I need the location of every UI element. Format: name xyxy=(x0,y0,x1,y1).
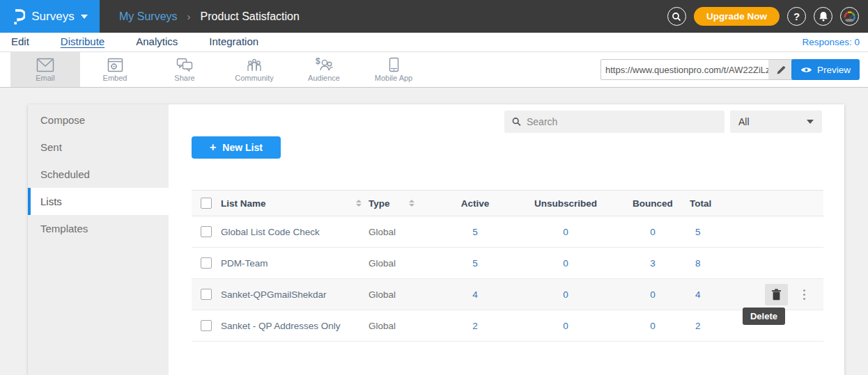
eye-icon xyxy=(800,66,812,74)
active-count-link[interactable]: 5 xyxy=(438,227,512,237)
account-avatar[interactable] xyxy=(840,7,859,26)
surveys-product-menu[interactable]: Surveys xyxy=(0,0,100,33)
bounced-count-link[interactable]: 3 xyxy=(619,258,686,269)
row-checkbox[interactable] xyxy=(201,226,212,237)
channel-embed-label: Embed xyxy=(103,74,127,82)
list-type: Global xyxy=(369,227,396,237)
new-list-label: New List xyxy=(222,142,263,153)
bounced-count-link[interactable]: 0 xyxy=(619,289,686,300)
preview-button[interactable]: Preview xyxy=(791,59,860,80)
delete-tooltip: Delete xyxy=(743,308,785,325)
tab-integration[interactable]: Integration xyxy=(209,35,258,49)
top-bar: Surveys My Surveys › Product Satisfactio… xyxy=(0,0,868,33)
sort-type-icon[interactable] xyxy=(409,200,414,207)
sidebar-item-sent[interactable]: Sent xyxy=(28,134,169,161)
bounced-count-link[interactable]: 0 xyxy=(619,227,686,237)
search-icon[interactable] xyxy=(667,7,686,26)
row-checkbox[interactable] xyxy=(201,289,212,300)
breadcrumb-current-survey: Product Satisfaction xyxy=(201,10,300,23)
embed-icon xyxy=(107,58,123,72)
total-count-link[interactable]: 8 xyxy=(686,258,756,269)
list-type: Global xyxy=(369,289,396,300)
header-active: Active xyxy=(438,198,512,209)
channel-mobile-app-label: Mobile App xyxy=(375,74,412,82)
header-list-name: List Name xyxy=(221,198,266,209)
search-icon xyxy=(512,117,521,127)
row-checkbox[interactable] xyxy=(201,257,212,269)
unsubscribed-count-link[interactable]: 0 xyxy=(512,321,619,331)
sidebar-item-templates[interactable]: Templates xyxy=(28,215,169,242)
breadcrumb-my-surveys[interactable]: My Surveys xyxy=(119,10,178,23)
sidebar-item-scheduled[interactable]: Scheduled xyxy=(28,161,169,188)
table-row: PDM-Team Global 5 0 3 8 xyxy=(192,248,823,279)
header-bounced: Bounced xyxy=(619,198,686,209)
channel-audience-label: Audience xyxy=(308,74,340,82)
channel-community[interactable]: Community xyxy=(219,52,289,87)
svg-text:$: $ xyxy=(316,57,320,66)
sidebar-item-compose[interactable]: Compose xyxy=(28,106,169,134)
filter-selected-value: All xyxy=(738,116,750,127)
notifications-bell-icon[interactable] xyxy=(814,7,832,26)
breadcrumb-separator: › xyxy=(187,10,191,22)
header-type: Type xyxy=(369,198,390,209)
sort-list-name-icon[interactable] xyxy=(356,200,362,207)
search-input[interactable] xyxy=(527,116,717,127)
list-name-link[interactable]: Global List Code Check xyxy=(221,227,320,237)
total-count-link[interactable]: 4 xyxy=(686,289,756,300)
tab-distribute[interactable]: Distribute xyxy=(61,35,104,49)
list-name-link[interactable]: Sanket - QP Addresses Only xyxy=(221,321,341,331)
delete-list-button[interactable] xyxy=(765,284,788,305)
survey-url-text[interactable]: https://www.questionpro.com/t/AW22ZiLz6 xyxy=(601,65,768,75)
channel-share[interactable]: Share xyxy=(150,52,219,87)
list-filter-dropdown[interactable]: All xyxy=(730,111,822,133)
table-row: Global List Code Check Global 5 0 0 5 xyxy=(192,216,823,248)
row-checkbox[interactable] xyxy=(201,320,212,331)
chevron-down-icon xyxy=(81,15,88,19)
edit-url-button[interactable] xyxy=(768,60,793,79)
new-list-button[interactable]: + New List xyxy=(192,136,281,159)
channel-embed[interactable]: Embed xyxy=(80,52,150,87)
audience-icon: $ xyxy=(315,57,333,72)
survey-url-field: https://www.questionpro.com/t/AW22ZiLz6 xyxy=(600,59,794,80)
bell-glyph xyxy=(819,11,828,22)
active-count-link[interactable]: 5 xyxy=(438,258,512,269)
lists-panel: All + New List List Name Type xyxy=(169,104,844,375)
upgrade-now-button[interactable]: Upgrade Now xyxy=(694,7,780,26)
sidebar-item-lists[interactable]: Lists xyxy=(28,188,169,215)
tab-analytics[interactable]: Analytics xyxy=(136,35,178,49)
survey-nav-tabs: Edit Distribute Analytics Integration Re… xyxy=(0,33,868,52)
channel-email[interactable]: Email xyxy=(10,52,80,87)
responses-count: Responses: 0 xyxy=(802,37,868,47)
help-icon[interactable]: ? xyxy=(787,7,806,26)
unsubscribed-count-link[interactable]: 0 xyxy=(512,258,619,269)
pencil-icon xyxy=(776,65,786,75)
table-header-row: List Name Type Active Unsubscribed Bounc… xyxy=(192,190,823,216)
active-count-link[interactable]: 4 xyxy=(438,289,512,300)
email-sidebar: Compose Sent Scheduled Lists Templates xyxy=(28,104,169,375)
community-icon xyxy=(246,57,263,72)
list-name-link[interactable]: PDM-Team xyxy=(221,258,268,269)
magnifier-glyph xyxy=(672,12,681,22)
list-name-link[interactable]: Sanket-QPGmailShekdar xyxy=(221,289,327,300)
select-all-checkbox[interactable] xyxy=(201,198,212,209)
channel-community-label: Community xyxy=(235,74,274,82)
list-type: Global xyxy=(369,258,396,269)
product-name: Surveys xyxy=(31,10,74,24)
distribute-channels-toolbar: Email Embed Share Community xyxy=(0,52,868,88)
bounced-count-link[interactable]: 0 xyxy=(619,321,686,331)
channel-audience[interactable]: $ Audience xyxy=(289,52,359,87)
header-unsubscribed: Unsubscribed xyxy=(512,198,619,209)
trash-icon xyxy=(771,289,782,301)
channel-email-label: Email xyxy=(36,74,55,82)
plus-icon: + xyxy=(210,141,216,154)
total-count-link[interactable]: 5 xyxy=(686,227,756,237)
channel-mobile-app[interactable]: Mobile App xyxy=(359,52,428,87)
unsubscribed-count-link[interactable]: 0 xyxy=(512,289,619,300)
topbar-actions: Upgrade Now ? xyxy=(667,7,868,26)
email-icon xyxy=(36,58,54,72)
tab-edit[interactable]: Edit xyxy=(11,35,29,49)
active-count-link[interactable]: 2 xyxy=(438,321,512,331)
row-more-options-icon[interactable] xyxy=(800,287,808,303)
unsubscribed-count-link[interactable]: 0 xyxy=(512,227,619,237)
page-body: Compose Sent Scheduled Lists Templates A… xyxy=(0,88,868,375)
